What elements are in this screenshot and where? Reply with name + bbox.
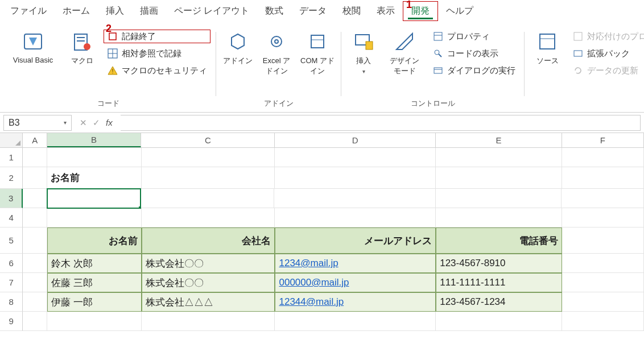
insert-control-button[interactable]: 挿入 ▾: [347, 27, 380, 77]
cell-B6[interactable]: 鈴木 次郎: [47, 254, 142, 273]
cell-C4[interactable]: [142, 208, 275, 228]
cell-A3[interactable]: [23, 189, 47, 208]
row-header-5[interactable]: 5: [0, 228, 23, 254]
cell-D6[interactable]: 1234@mail.jp: [275, 254, 436, 273]
col-header-D[interactable]: D: [275, 133, 436, 147]
cell-F1[interactable]: [562, 148, 645, 167]
cell-E9[interactable]: [436, 312, 562, 331]
row-header-8[interactable]: 8: [0, 292, 23, 312]
cell-C5[interactable]: 会社名: [142, 228, 275, 254]
col-header-E[interactable]: E: [436, 133, 562, 147]
menu-help[interactable]: ヘルプ: [438, 2, 481, 20]
menu-home[interactable]: ホーム: [55, 2, 98, 20]
run-dialog-button[interactable]: ダイアログの実行: [429, 64, 519, 77]
cell-C6[interactable]: 株式会社〇〇: [142, 254, 275, 273]
cell-F6[interactable]: [562, 254, 644, 273]
name-box[interactable]: B3 ▾: [3, 115, 72, 131]
macro-security-button[interactable]: ! マクロのセキュリティ: [104, 64, 210, 77]
visual-basic-button[interactable]: Visual Basic: [6, 27, 60, 67]
row-header-3[interactable]: 3: [0, 189, 23, 208]
cell-E2[interactable]: [436, 167, 562, 189]
cell-A2[interactable]: [23, 167, 47, 189]
addin-button[interactable]: アドイン: [222, 27, 254, 68]
expansion-button[interactable]: 拡張パック: [569, 47, 644, 60]
cell-A6[interactable]: [23, 254, 47, 273]
cell-D7[interactable]: 000000@mail.jp: [275, 273, 436, 292]
cell-D5[interactable]: メールアドレス: [275, 228, 436, 254]
cell-E4[interactable]: [436, 208, 562, 228]
cell-D4[interactable]: [275, 208, 436, 228]
fx-icon[interactable]: fx: [106, 118, 113, 127]
cell-E3[interactable]: [436, 189, 562, 208]
stop-recording-button[interactable]: 記録終了: [104, 30, 210, 43]
col-header-C[interactable]: C: [141, 133, 275, 147]
cell-B2[interactable]: お名前: [47, 167, 142, 189]
name-box-dropdown-icon[interactable]: ▾: [64, 119, 67, 126]
cell-F5[interactable]: [562, 228, 644, 254]
cell-B1[interactable]: [47, 148, 142, 167]
cell-C3[interactable]: [141, 189, 274, 208]
cell-C9[interactable]: [142, 312, 275, 331]
cell-B4[interactable]: [47, 208, 142, 228]
cell-E8[interactable]: 123-4567-1234: [436, 292, 562, 312]
menu-page-layout[interactable]: ページ レイアウト: [166, 2, 257, 20]
cell-E6[interactable]: 123-4567-8910: [436, 254, 562, 273]
cell-B5[interactable]: お名前: [47, 228, 142, 254]
menu-view[interactable]: 表示: [369, 2, 403, 20]
cell-F8[interactable]: [562, 292, 644, 312]
menu-file[interactable]: ファイル: [2, 2, 55, 20]
com-addin-button[interactable]: COM アドイン: [299, 27, 336, 78]
cell-C7[interactable]: 株式会社〇〇: [142, 273, 275, 292]
cell-F7[interactable]: [562, 273, 644, 292]
cell-F4[interactable]: [562, 208, 645, 228]
cell-E1[interactable]: [436, 148, 562, 167]
relative-reference-button[interactable]: 相対参照で記録: [104, 47, 210, 60]
design-mode-button[interactable]: デザイン モード: [385, 27, 424, 78]
cell-C8[interactable]: 株式会社△△△: [142, 292, 275, 312]
col-header-A[interactable]: A: [23, 133, 47, 147]
select-all-corner[interactable]: [0, 133, 23, 147]
cell-F9[interactable]: [562, 312, 645, 331]
properties-button[interactable]: プロパティ: [429, 30, 519, 43]
cell-B3[interactable]: [47, 188, 141, 209]
cell-A8[interactable]: [23, 292, 47, 312]
formula-accept-icon[interactable]: ✓: [93, 118, 100, 128]
view-code-button[interactable]: コードの表示: [429, 47, 519, 60]
row-header-4[interactable]: 4: [0, 208, 23, 228]
formula-input[interactable]: [121, 115, 641, 131]
cell-B8[interactable]: 伊藤 一郎: [47, 292, 142, 312]
row-header-9[interactable]: 9: [0, 312, 23, 331]
menu-data[interactable]: データ: [291, 2, 335, 20]
menu-review[interactable]: 校閲: [335, 2, 369, 20]
cell-A1[interactable]: [23, 148, 47, 167]
cell-C1[interactable]: [142, 148, 275, 167]
source-button[interactable]: ソース: [530, 27, 564, 68]
cell-B7[interactable]: 佐藤 三郎: [47, 273, 142, 292]
cell-D8[interactable]: 12344@mail.jp: [275, 292, 436, 312]
cell-D9[interactable]: [275, 312, 436, 331]
cell-D3[interactable]: [274, 189, 435, 208]
cell-A7[interactable]: [23, 273, 47, 292]
cell-A9[interactable]: [23, 312, 47, 331]
cell-C2[interactable]: [142, 167, 275, 189]
excel-addin-button[interactable]: Excel アドイン: [258, 27, 295, 78]
row-header-7[interactable]: 7: [0, 273, 23, 292]
cell-A5[interactable]: [23, 228, 47, 254]
cell-E7[interactable]: 111-1111-1111: [436, 273, 562, 292]
cell-F2[interactable]: [562, 167, 645, 189]
col-header-F[interactable]: F: [562, 133, 644, 147]
cell-D1[interactable]: [275, 148, 436, 167]
cell-A4[interactable]: [23, 208, 47, 228]
col-header-B[interactable]: B: [47, 133, 142, 147]
cell-B9[interactable]: [47, 312, 142, 331]
menu-insert[interactable]: 挿入: [98, 2, 132, 20]
macro-button[interactable]: マクロ: [65, 27, 99, 68]
cell-F3[interactable]: [562, 189, 644, 208]
menu-formulas[interactable]: 数式: [257, 2, 291, 20]
row-header-2[interactable]: 2: [0, 167, 23, 189]
cell-D2[interactable]: [275, 167, 436, 189]
row-header-6[interactable]: 6: [0, 254, 23, 273]
menu-draw[interactable]: 描画: [132, 2, 166, 20]
row-header-1[interactable]: 1: [0, 148, 23, 167]
cell-E5[interactable]: 電話番号: [436, 228, 562, 254]
